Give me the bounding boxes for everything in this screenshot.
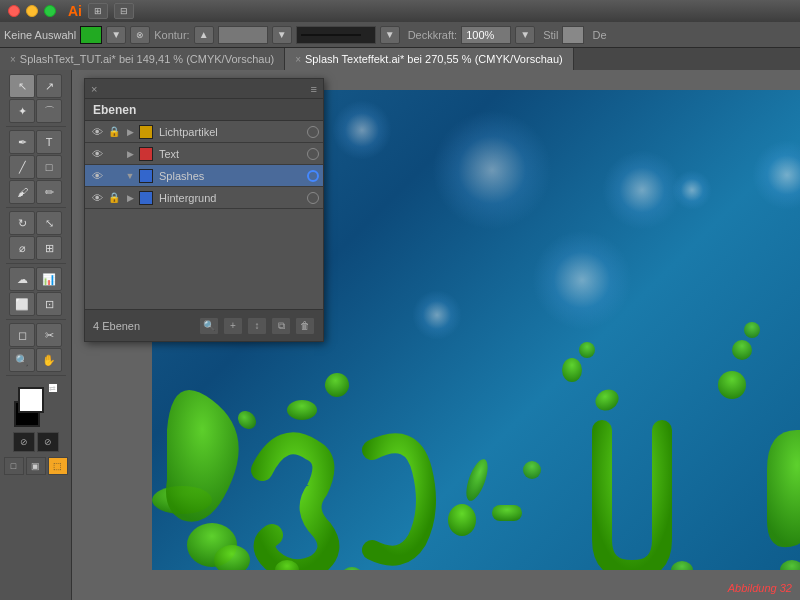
- zoom-tool[interactable]: 🔍: [9, 348, 35, 372]
- mask-mode-btn[interactable]: ▣: [26, 457, 46, 475]
- thumbnail-icon[interactable]: ⊞: [88, 3, 108, 19]
- tool-row-3: ✒ T: [9, 130, 62, 154]
- fill-none-btn[interactable]: ⊘: [13, 432, 35, 452]
- svg-rect-7: [492, 505, 522, 521]
- layer-expand-lichtpartikel[interactable]: ▶: [123, 124, 137, 140]
- warp-tool[interactable]: ⌀: [9, 236, 35, 260]
- slice-tool[interactable]: ⊡: [36, 292, 62, 316]
- layer-row-splashes[interactable]: 👁 ▼ Splashes: [85, 165, 323, 187]
- layer-color-text: [139, 147, 153, 161]
- layers-footer-btns: 🔍 + ↕ ⧉ 🗑: [199, 317, 315, 335]
- view-mode-row: □ ▣ ⬚: [4, 457, 68, 475]
- stroke-type-btn[interactable]: ▼: [380, 26, 400, 44]
- svg-point-10: [592, 385, 623, 414]
- pen-tool[interactable]: ✒: [9, 130, 35, 154]
- layer-circle-hintergrund: [307, 192, 319, 204]
- layer-eye-hintergrund[interactable]: 👁: [89, 190, 105, 206]
- stil-preview[interactable]: [562, 26, 584, 44]
- opacity-label: Deckkraft:: [408, 29, 458, 41]
- type-tool[interactable]: T: [36, 130, 62, 154]
- magic-wand-tool[interactable]: ✦: [9, 99, 35, 123]
- scale-tool[interactable]: ⤡: [36, 211, 62, 235]
- opacity-input[interactable]: 100%: [461, 26, 511, 44]
- hand-tool[interactable]: ✋: [36, 348, 62, 372]
- layer-row-text[interactable]: 👁 ▶ Text: [85, 143, 323, 165]
- scissors-tool[interactable]: ✂: [36, 323, 62, 347]
- opacity-down-btn[interactable]: ▼: [515, 26, 535, 44]
- fill-color-swatch[interactable]: [80, 26, 102, 44]
- kontur-select-btn[interactable]: ▼: [272, 26, 292, 44]
- paintbrush-tool[interactable]: 🖌: [9, 180, 35, 204]
- de-label: De: [592, 29, 606, 41]
- tab-close-2[interactable]: ×: [295, 54, 301, 65]
- fill-options-btn[interactable]: ▼: [106, 26, 126, 44]
- stroke-options-btn[interactable]: ⊗: [130, 26, 150, 44]
- layer-lock-hintergrund[interactable]: 🔒: [107, 190, 121, 206]
- maximize-button[interactable]: [44, 5, 56, 17]
- layer-lock-lichtpartikel[interactable]: 🔒: [107, 124, 121, 140]
- line-tool[interactable]: ╱: [9, 155, 35, 179]
- tool-row-11: 🔍 ✋: [9, 348, 62, 372]
- move-layer-btn[interactable]: ↕: [247, 317, 267, 335]
- rotate-tool[interactable]: ↻: [9, 211, 35, 235]
- layer-row-hintergrund[interactable]: 👁 🔒 ▶ Hintergrund: [85, 187, 323, 209]
- watermark-label: Abbildung 32: [728, 582, 792, 594]
- tab-splash-texteffekt[interactable]: × Splash Texteffekt.ai* bei 270,55 % (CM…: [285, 48, 573, 70]
- tool-separator-4: [6, 319, 66, 320]
- layer-lock-splashes: [107, 168, 121, 184]
- svg-point-13: [744, 322, 760, 338]
- swap-colors-icon[interactable]: ⇄: [48, 383, 58, 393]
- canvas-area[interactable]: × ≡ Ebenen 👁 🔒 ▶ Lichtpartikel 👁 ▶: [72, 70, 800, 600]
- normal-mode-btn[interactable]: □: [4, 457, 24, 475]
- layer-eye-splashes[interactable]: 👁: [89, 168, 105, 184]
- lasso-tool[interactable]: ⌒: [36, 99, 62, 123]
- eraser-tool[interactable]: ◻: [9, 323, 35, 347]
- minimize-button[interactable]: [26, 5, 38, 17]
- panel-header: × ≡: [85, 79, 323, 99]
- layer-color-hintergrund: [139, 191, 153, 205]
- main-toolbar: Keine Auswahl ▼ ⊗ Kontur: ▲ ▼ ▼ Deckkraf…: [0, 22, 800, 48]
- pencil-tool[interactable]: ✏: [36, 180, 62, 204]
- new-layer-btn[interactable]: +: [223, 317, 243, 335]
- free-transform-tool[interactable]: ⊞: [36, 236, 62, 260]
- rect-tool[interactable]: □: [36, 155, 62, 179]
- kontur-down-btn[interactable]: ▲: [194, 26, 214, 44]
- graph-tool[interactable]: 📊: [36, 267, 62, 291]
- layer-expand-hintergrund[interactable]: ▶: [123, 190, 137, 206]
- layer-name-hintergrund: Hintergrund: [159, 192, 305, 204]
- svg-point-12: [732, 340, 752, 360]
- tabs-row: × SplashText_TUT.ai* bei 149,41 % (CMYK/…: [0, 48, 800, 70]
- layer-row-lichtpartikel[interactable]: 👁 🔒 ▶ Lichtpartikel: [85, 121, 323, 143]
- delete-layer-btn[interactable]: 🗑: [295, 317, 315, 335]
- layer-eye-text[interactable]: 👁: [89, 146, 105, 162]
- stroke-none-btn[interactable]: ⊘: [37, 432, 59, 452]
- direct-select-tool[interactable]: ↗: [36, 74, 62, 98]
- color-mode-row: ⊘ ⊘: [13, 432, 59, 452]
- layer-eye-lichtpartikel[interactable]: 👁: [89, 124, 105, 140]
- tool-separator-1: [6, 126, 66, 127]
- title-bar: Ai ⊞ ⊟: [0, 0, 800, 22]
- search-layer-btn[interactable]: 🔍: [199, 317, 219, 335]
- duplicate-layer-btn[interactable]: ⧉: [271, 317, 291, 335]
- artboard-tool[interactable]: ⬜: [9, 292, 35, 316]
- kontur-value-input[interactable]: [218, 26, 268, 44]
- arrange-icon[interactable]: ⊟: [114, 3, 134, 19]
- main-area: ↖ ↗ ✦ ⌒ ✒ T ╱ □ 🖌 ✏ ↻ ⤡ ⌀ ⊞ ☁: [0, 70, 800, 600]
- app-logo: Ai: [68, 3, 82, 19]
- layer-expand-text[interactable]: ▶: [123, 146, 137, 162]
- layer-expand-splashes[interactable]: ▼: [123, 168, 137, 184]
- screen-mode-btn[interactable]: ⬚: [48, 457, 68, 475]
- select-tool[interactable]: ↖: [9, 74, 35, 98]
- tab-close-1[interactable]: ×: [10, 54, 16, 65]
- symbol-tool[interactable]: ☁: [9, 267, 35, 291]
- foreground-color-swatch[interactable]: [18, 387, 44, 413]
- panel-menu-btn[interactable]: ≡: [311, 83, 317, 95]
- tool-row-4: ╱ □: [9, 155, 62, 179]
- tab-splashtext[interactable]: × SplashText_TUT.ai* bei 149,41 % (CMYK/…: [0, 48, 285, 70]
- selection-label: Keine Auswahl: [4, 29, 76, 41]
- tool-row-7: ⌀ ⊞: [9, 236, 62, 260]
- svg-point-17: [342, 567, 362, 570]
- close-button[interactable]: [8, 5, 20, 17]
- panel-close-btn[interactable]: ×: [91, 83, 97, 95]
- svg-point-5: [448, 504, 476, 536]
